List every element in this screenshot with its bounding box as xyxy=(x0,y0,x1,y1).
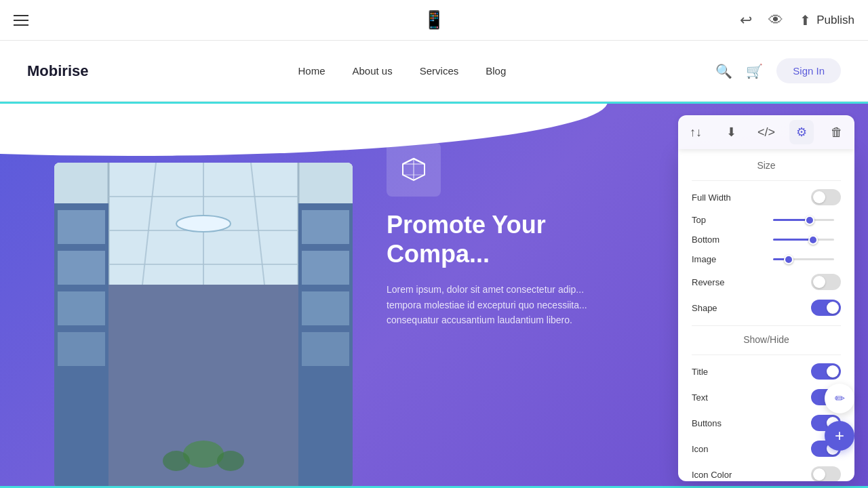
publish-button[interactable]: ⬆ Publish xyxy=(800,12,854,28)
nav-links: Home About us Services Blog xyxy=(298,65,506,77)
top-toolbar: 📱 ↩ 👁 ⬆ Publish xyxy=(0,0,868,41)
move-up-button[interactable]: ↑↓ xyxy=(684,120,708,144)
nav-blog[interactable]: Blog xyxy=(486,65,506,77)
text-show-label: Text xyxy=(692,392,708,403)
svg-rect-19 xyxy=(302,210,349,244)
divider-1 xyxy=(692,180,841,181)
svg-rect-20 xyxy=(302,251,349,285)
top-label: Top xyxy=(692,215,706,225)
icon-color-label: Icon Color xyxy=(692,470,732,480)
buttons-show-row: Buttons xyxy=(692,415,841,431)
svg-rect-21 xyxy=(302,291,349,325)
full-width-row: Full Width xyxy=(692,189,841,205)
nav-about[interactable]: About us xyxy=(353,65,393,77)
shape-row: Shape xyxy=(692,300,841,316)
code-button[interactable]: </> xyxy=(754,120,778,144)
bottom-slider[interactable] xyxy=(773,239,841,241)
toolbar-left xyxy=(14,15,28,26)
add-fab-button[interactable]: + xyxy=(825,421,854,451)
image-slider[interactable] xyxy=(773,258,841,260)
delete-button[interactable]: 🗑 xyxy=(825,120,849,144)
hero-border-top xyxy=(0,102,868,104)
svg-point-10 xyxy=(176,216,231,232)
divider-2 xyxy=(692,325,841,326)
cart-icon[interactable]: 🛒 xyxy=(746,63,763,79)
nav-right: 🔍 🛒 Sign In xyxy=(715,58,841,83)
sign-in-button[interactable]: Sign In xyxy=(776,58,841,83)
mobile-device-icon[interactable]: 📱 xyxy=(423,9,445,30)
text-show-row: Text xyxy=(692,389,841,405)
toolbar-center: 📱 xyxy=(423,9,445,30)
top-slider[interactable] xyxy=(773,219,841,221)
upload-icon: ⬆ xyxy=(800,12,811,28)
show-hide-title: Show/Hide xyxy=(692,334,841,345)
svg-rect-18 xyxy=(58,332,105,366)
svg-point-25 xyxy=(217,451,244,471)
hero-image xyxy=(54,163,353,488)
svg-rect-15 xyxy=(58,210,105,244)
reverse-row: Reverse xyxy=(692,274,841,290)
svg-rect-16 xyxy=(58,251,105,285)
box-icon xyxy=(400,156,427,183)
title-show-row: Title xyxy=(692,363,841,380)
icon-color-toggle[interactable] xyxy=(811,466,841,481)
hero-icon-box xyxy=(387,142,441,197)
icon-show-label: Icon xyxy=(692,444,709,454)
hero-text: Lorem ipsum, dolor sit amet consectetur … xyxy=(387,282,644,327)
image-row: Image xyxy=(692,254,841,264)
top-row: Top xyxy=(692,215,841,225)
hero-title: Promote Your Compa... xyxy=(387,210,644,268)
nav-home[interactable]: Home xyxy=(298,65,325,77)
nav-logo: Mobirise xyxy=(27,62,88,80)
divider-3 xyxy=(692,354,841,355)
preview-icon[interactable]: 👁 xyxy=(768,12,783,29)
reverse-toggle[interactable] xyxy=(811,274,841,290)
atrium-svg xyxy=(54,163,353,488)
search-icon[interactable]: 🔍 xyxy=(715,63,732,79)
shape-toggle[interactable] xyxy=(811,300,841,316)
download-button[interactable]: ⬇ xyxy=(719,120,743,144)
size-section-title: Size xyxy=(692,160,841,171)
hero-content: Promote Your Compa... Lorem ipsum, dolor… xyxy=(387,142,644,342)
reverse-label: Reverse xyxy=(692,277,724,287)
svg-rect-22 xyxy=(302,332,349,366)
atrium-background xyxy=(54,163,353,488)
title-show-label: Title xyxy=(692,367,708,377)
title-show-toggle[interactable] xyxy=(811,363,841,380)
icon-show-row: Icon xyxy=(692,441,841,457)
image-label: Image xyxy=(692,254,716,264)
shape-label: Shape xyxy=(692,303,717,313)
full-width-label: Full Width xyxy=(692,192,731,203)
svg-point-24 xyxy=(163,451,190,471)
nav-bar: Mobirise Home About us Services Blog 🔍 🛒… xyxy=(0,41,868,102)
undo-icon[interactable]: ↩ xyxy=(740,12,752,29)
buttons-show-label: Buttons xyxy=(692,418,722,428)
nav-services[interactable]: Services xyxy=(420,65,459,77)
svg-rect-17 xyxy=(58,291,105,325)
bottom-label: Bottom xyxy=(692,235,719,245)
toolbar-right: ↩ 👁 ⬆ Publish xyxy=(740,12,854,29)
publish-label: Publish xyxy=(816,14,854,27)
settings-button[interactable]: ⚙ xyxy=(789,120,814,144)
full-width-toggle[interactable] xyxy=(811,189,841,205)
bottom-row: Bottom xyxy=(692,235,841,245)
panel-toolbar: ↑↓ ⬇ </> ⚙ 🗑 xyxy=(678,115,854,149)
edit-fab-button[interactable]: ✏ xyxy=(825,384,854,413)
icon-color-row: Icon Color xyxy=(692,466,841,481)
hamburger-menu-icon[interactable] xyxy=(14,15,28,26)
